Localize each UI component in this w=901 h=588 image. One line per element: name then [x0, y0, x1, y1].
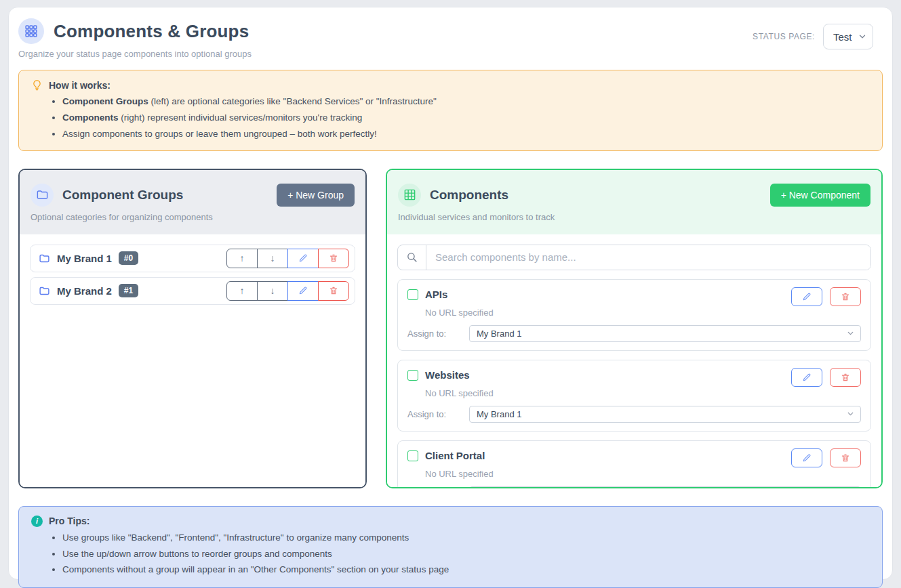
group-name: My Brand 2 — [57, 285, 112, 297]
pencil-icon — [802, 453, 812, 463]
component-checkbox[interactable] — [407, 289, 418, 300]
component-name: Client Portal — [425, 450, 485, 461]
components-panel: Components + New Component Individual se… — [386, 169, 883, 488]
pro-tips-item: Components without a group will appear i… — [62, 564, 870, 576]
component-name: APIs — [425, 289, 447, 300]
delete-component-button[interactable] — [830, 287, 861, 306]
page-subtitle: Organize your status page components int… — [18, 49, 252, 59]
move-down-button[interactable]: ↓ — [257, 249, 288, 268]
new-component-button[interactable]: + New Component — [770, 184, 870, 207]
component-checkbox[interactable] — [407, 450, 418, 461]
component-card: Websites No URL specified Assign to: — [397, 360, 871, 432]
table-grid-icon — [398, 184, 421, 207]
group-order-badge: #1 — [119, 284, 138, 297]
pencil-icon — [298, 286, 308, 295]
folder-icon — [39, 285, 50, 297]
component-card: Client Portal No URL specified Assig — [397, 440, 871, 488]
groups-panel-subtitle: Optional categories for organizing compo… — [31, 212, 355, 222]
search-input[interactable] — [426, 245, 870, 270]
group-row: My Brand 1 #0 ↑ ↓ — [30, 245, 355, 272]
edit-component-button[interactable] — [791, 287, 822, 306]
folder-icon — [39, 253, 50, 264]
component-search — [397, 245, 871, 270]
pro-tips-item: Use groups like "Backend", "Frontend", "… — [62, 532, 870, 545]
page-header: Components & Groups Organize your status… — [18, 18, 883, 59]
how-it-works-title: How it works: — [49, 80, 111, 91]
info-icon: i — [31, 516, 43, 527]
component-checkbox[interactable] — [407, 370, 418, 381]
component-url-note: No URL specified — [425, 388, 861, 398]
edit-group-button[interactable] — [287, 249, 319, 268]
pro-tips-list: Use groups like "Backend", "Frontend", "… — [62, 532, 870, 577]
assign-to-label: Assign to: — [407, 409, 469, 419]
trash-icon — [841, 292, 850, 301]
components-panel-title: Components — [430, 188, 508, 203]
trash-icon — [841, 373, 850, 382]
edit-component-button[interactable] — [791, 448, 822, 467]
component-url-note: No URL specified — [425, 469, 861, 479]
delete-group-button[interactable] — [318, 249, 349, 268]
down-arrow-icon: ↓ — [271, 285, 275, 296]
folder-icon — [31, 184, 54, 207]
how-it-works-box: How it works: Component Groups (left) ar… — [18, 70, 883, 151]
trash-icon — [329, 253, 338, 263]
edit-group-button[interactable] — [287, 281, 319, 301]
assign-group-select[interactable]: My Brand 1 — [469, 325, 861, 342]
page-title: Components & Groups — [54, 21, 249, 42]
delete-component-button[interactable] — [830, 368, 861, 387]
up-arrow-icon: ↑ — [240, 285, 245, 296]
down-arrow-icon: ↓ — [271, 253, 275, 264]
how-it-works-item: Component Groups (left) are optional cat… — [62, 96, 870, 108]
new-group-button[interactable]: + New Group — [277, 184, 355, 207]
assign-to-label: Assign to: — [407, 329, 469, 339]
how-it-works-item: Assign components to groups or leave the… — [62, 128, 870, 141]
move-down-button[interactable]: ↓ — [257, 281, 288, 301]
move-up-button[interactable]: ↑ — [226, 281, 258, 301]
search-icon — [398, 245, 426, 270]
delete-group-button[interactable] — [318, 281, 349, 301]
pencil-icon — [802, 373, 812, 382]
component-card: APIs No URL specified Assign to: — [397, 279, 871, 351]
pencil-icon — [298, 253, 308, 263]
trash-icon — [329, 286, 338, 295]
component-name: Websites — [425, 369, 470, 381]
pro-tips-item: Use the up/down arrow buttons to reorder… — [62, 548, 870, 561]
groups-panel-title: Component Groups — [62, 188, 183, 203]
delete-component-button[interactable] — [830, 448, 861, 467]
edit-component-button[interactable] — [791, 368, 822, 387]
page-card: Components & Groups Organize your status… — [8, 7, 893, 580]
up-arrow-icon: ↑ — [240, 253, 245, 264]
how-it-works-list: Component Groups (left) are optional cat… — [62, 96, 870, 141]
components-grid-icon — [18, 18, 44, 44]
component-groups-panel: Component Groups + New Group Optional ca… — [18, 169, 367, 488]
lightbulb-icon — [31, 79, 43, 91]
group-row: My Brand 2 #1 ↑ ↓ — [30, 277, 355, 305]
status-page-select[interactable]: Test — [823, 24, 873, 49]
components-panel-subtitle: Individual services and monitors to trac… — [398, 212, 870, 222]
pro-tips-title: Pro Tips: — [49, 516, 89, 526]
group-order-badge: #0 — [119, 251, 138, 265]
status-page-label: STATUS PAGE: — [753, 32, 815, 41]
component-url-note: No URL specified — [425, 308, 861, 318]
assign-group-select[interactable]: My Brand 1 — [469, 406, 861, 423]
pencil-icon — [802, 292, 812, 301]
move-up-button[interactable]: ↑ — [226, 249, 258, 268]
how-it-works-item: Components (right) represent individual … — [62, 112, 870, 125]
pro-tips-box: i Pro Tips: Use groups like "Backend", "… — [18, 506, 883, 588]
assign-group-select[interactable]: My Brand 2 — [469, 486, 861, 488]
group-name: My Brand 1 — [57, 253, 112, 264]
trash-icon — [841, 453, 850, 463]
